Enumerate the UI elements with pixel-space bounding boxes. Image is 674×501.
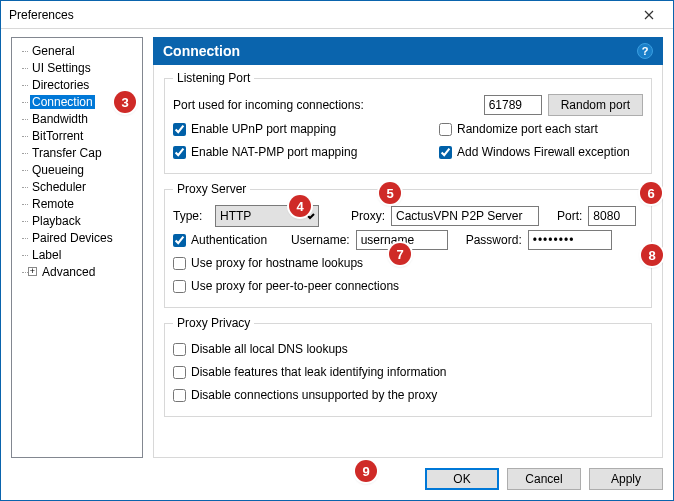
proxy-privacy-legend: Proxy Privacy [173, 316, 254, 330]
tree-item-label: Paired Devices [30, 231, 115, 245]
panel-header: Connection ? [153, 37, 663, 65]
tree-item-label: Label [30, 248, 63, 262]
tree-item-label: Advanced [40, 265, 97, 279]
annotation-8: 8 [641, 244, 663, 266]
auth-checkbox[interactable]: Authentication [173, 233, 285, 247]
titlebar: Preferences [1, 1, 673, 29]
tree-item-label: Scheduler [30, 180, 88, 194]
tree-item-advanced[interactable]: +Advanced [14, 263, 140, 280]
firewall-checkbox[interactable]: Add Windows Firewall exception [439, 145, 630, 159]
listening-port-input[interactable] [484, 95, 542, 115]
tree-item-queueing[interactable]: Queueing [14, 161, 140, 178]
password-label: Password: [466, 233, 522, 247]
tree-item-label: Remote [30, 197, 76, 211]
tree-item-label: Queueing [30, 163, 86, 177]
random-port-button[interactable]: Random port [548, 94, 643, 116]
natpmp-checkbox[interactable]: Enable NAT-PMP port mapping [173, 145, 433, 159]
hostname-lookups-checkbox[interactable]: Use proxy for hostname lookups [173, 256, 363, 270]
dialog-buttons: OK Cancel Apply [1, 458, 673, 500]
tree-item-label: BitTorrent [30, 129, 85, 143]
window-title: Preferences [9, 8, 629, 22]
tree-item-label: Bandwidth [30, 112, 90, 126]
ok-button[interactable]: OK [425, 468, 499, 490]
tree-item-label: Playback [30, 214, 83, 228]
proxy-server-group: Proxy Server Type: HTTP Proxy: Port: [164, 182, 652, 308]
tree-item-transfer-cap[interactable]: Transfer Cap [14, 144, 140, 161]
annotation-6: 6 [640, 182, 662, 204]
annotation-4: 4 [289, 195, 311, 217]
close-button[interactable] [629, 2, 669, 28]
disable-unsupported-checkbox[interactable]: Disable connections unsupported by the p… [173, 388, 437, 402]
expand-icon[interactable]: + [28, 267, 37, 276]
tree-item-label: Directories [30, 78, 91, 92]
tree-item-scheduler[interactable]: Scheduler [14, 178, 140, 195]
annotation-7: 7 [389, 243, 411, 265]
upnp-checkbox[interactable]: Enable UPnP port mapping [173, 122, 433, 136]
tree-item-bittorrent[interactable]: BitTorrent [14, 127, 140, 144]
tree-item-label[interactable]: Label [14, 246, 140, 263]
tree-item-general[interactable]: General [14, 42, 140, 59]
proxy-port-label: Port: [557, 209, 582, 223]
panel-title: Connection [163, 43, 240, 59]
tree-item-label: Transfer Cap [30, 146, 104, 160]
tree-item-paired-devices[interactable]: Paired Devices [14, 229, 140, 246]
listening-port-legend: Listening Port [173, 71, 254, 85]
tree-item-ui-settings[interactable]: UI Settings [14, 59, 140, 76]
randomize-checkbox[interactable]: Randomize port each start [439, 122, 598, 136]
tree-item-label: UI Settings [30, 61, 93, 75]
preferences-window: Preferences GeneralUI SettingsDirectorie… [0, 0, 674, 501]
disable-leak-checkbox[interactable]: Disable features that leak identifying i… [173, 365, 446, 379]
proxy-port-input[interactable] [588, 206, 636, 226]
annotation-5: 5 [379, 182, 401, 204]
username-label: Username: [291, 233, 350, 247]
password-input[interactable] [528, 230, 612, 250]
tree-item-remote[interactable]: Remote [14, 195, 140, 212]
port-label: Port used for incoming connections: [173, 98, 364, 112]
disable-dns-checkbox[interactable]: Disable all local DNS lookups [173, 342, 348, 356]
listening-port-group: Listening Port Port used for incoming co… [164, 71, 652, 174]
apply-button[interactable]: Apply [589, 468, 663, 490]
p2p-proxy-checkbox[interactable]: Use proxy for peer-to-peer connections [173, 279, 399, 293]
tree-item-label: Connection [30, 95, 95, 109]
proxy-privacy-group: Proxy Privacy Disable all local DNS look… [164, 316, 652, 417]
proxy-server-legend: Proxy Server [173, 182, 250, 196]
proxy-host-label: Proxy: [351, 209, 385, 223]
proxy-type-label: Type: [173, 209, 209, 223]
tree-item-label: General [30, 44, 77, 58]
annotation-3: 3 [114, 91, 136, 113]
annotation-9: 9 [355, 460, 377, 482]
help-icon[interactable]: ? [637, 43, 653, 59]
proxy-host-input[interactable] [391, 206, 539, 226]
cancel-button[interactable]: Cancel [507, 468, 581, 490]
tree-item-playback[interactable]: Playback [14, 212, 140, 229]
